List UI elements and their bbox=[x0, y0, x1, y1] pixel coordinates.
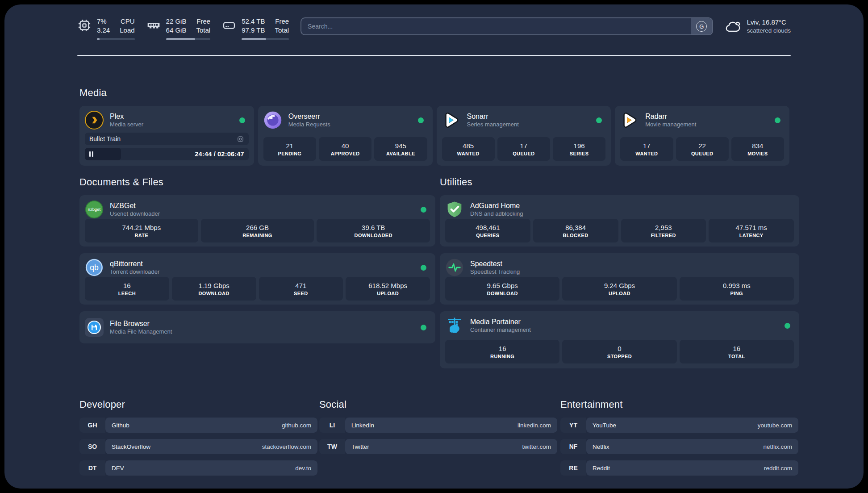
svg-text:qb: qb bbox=[90, 263, 98, 272]
stat-value: 0.993 ms bbox=[723, 282, 751, 289]
link-linkedin[interactable]: LI LinkedInlinkedin.com bbox=[319, 418, 557, 433]
filebrowser-icon bbox=[85, 318, 104, 337]
link-twitter[interactable]: TW Twittertwitter.com bbox=[319, 439, 557, 454]
link-github[interactable]: GH Githubgithub.com bbox=[79, 418, 317, 433]
now-playing-row: Bullet Train bbox=[85, 133, 249, 145]
stat-tile: 17WANTED bbox=[620, 137, 673, 161]
link-abbr: DT bbox=[79, 460, 105, 476]
card-title: Speedtest bbox=[470, 259, 520, 268]
card-plex[interactable]: Plex Media server Bullet Train 24:44 / 0 bbox=[79, 106, 254, 166]
link-abbr: GH bbox=[79, 418, 105, 433]
card-media-portainer[interactable]: Media Portainer Container management 16R… bbox=[440, 311, 799, 368]
playback-progress: 24:44 / 02:06:47 bbox=[85, 148, 249, 160]
cpu-progress-bar bbox=[97, 38, 135, 40]
card-sonarr[interactable]: Sonarr Series management 485WANTED 17QUE… bbox=[437, 106, 611, 166]
cpu-icon bbox=[77, 18, 92, 33]
card-speedtest[interactable]: Speedtest Speedtest Tracking 9.65 GbpsDO… bbox=[440, 253, 799, 305]
stat-label: QUEUED bbox=[691, 151, 713, 156]
card-nzbget[interactable]: nzbget NZBGet Usenet downloader 744.21 M… bbox=[79, 195, 435, 246]
stat-value: 2,953 bbox=[655, 224, 672, 231]
pause-icon[interactable] bbox=[89, 151, 93, 157]
cpu-load-value: 3.24 bbox=[97, 26, 110, 35]
disk-total-value: 97.9 TB bbox=[242, 26, 265, 35]
stat-label: RUNNING bbox=[490, 354, 514, 359]
section-title-social: Social bbox=[319, 399, 557, 410]
link-name: Netflix bbox=[593, 443, 609, 450]
search-provider-button[interactable]: G bbox=[691, 18, 712, 34]
plex-icon bbox=[85, 111, 104, 130]
section-documents: Documents & Files nzbget NZBGet Usenet d… bbox=[79, 176, 435, 343]
stat-value: 21 bbox=[286, 142, 294, 150]
card-adguard-home[interactable]: AdGuard Home DNS and adblocking 498,461Q… bbox=[440, 195, 799, 246]
disk-free-value: 52.4 TB bbox=[242, 17, 265, 26]
stat-label: DOWNLOAD bbox=[487, 291, 518, 296]
header-divider bbox=[77, 55, 791, 56]
memory-total-label: Total bbox=[196, 26, 210, 35]
stat-tile: 196SERIES bbox=[553, 137, 605, 161]
status-dot bbox=[418, 117, 424, 123]
link-dev[interactable]: DT DEVdev.to bbox=[79, 460, 317, 476]
memory-stat: 22 GiB 64 GiB Free Total bbox=[146, 17, 211, 40]
card-subtitle: Container management bbox=[470, 326, 531, 334]
stat-tile: 86,384BLOCKED bbox=[533, 219, 618, 242]
card-radarr[interactable]: Radarr Movie management 17WANTED 22QUEUE… bbox=[615, 106, 789, 166]
stat-label: WANTED bbox=[457, 151, 480, 156]
ram-icon bbox=[146, 18, 161, 33]
card-subtitle: DNS and adblocking bbox=[470, 210, 523, 218]
stat-value: 485 bbox=[463, 142, 474, 150]
link-url: github.com bbox=[282, 422, 311, 429]
card-title: Media Portainer bbox=[470, 318, 531, 326]
stat-tile: 16TOTAL bbox=[680, 340, 794, 363]
card-file-browser[interactable]: File Browser Media File Management bbox=[79, 311, 435, 343]
radarr-icon bbox=[620, 111, 639, 130]
stat-label: UPLOAD bbox=[377, 291, 399, 296]
stat-label: LATENCY bbox=[739, 233, 764, 238]
stat-tile: 17QUEUED bbox=[497, 137, 550, 161]
google-icon: G bbox=[696, 21, 707, 32]
stat-value: 22 bbox=[698, 142, 706, 150]
stat-value: 834 bbox=[752, 142, 763, 150]
link-stackoverflow[interactable]: SO StackOverflowstackoverflow.com bbox=[79, 439, 317, 454]
card-overseerr[interactable]: Overseerr Media Requests 21PENDING 40APP… bbox=[258, 106, 433, 166]
stat-tile: 744.21 MbpsRATE bbox=[85, 219, 198, 242]
link-youtube[interactable]: YT YouTubeyoutube.com bbox=[560, 418, 798, 433]
card-subtitle: Torrent downloader bbox=[110, 268, 159, 276]
link-url: dev.to bbox=[295, 465, 311, 472]
portainer-icon bbox=[445, 316, 464, 335]
stat-label: PING bbox=[730, 291, 743, 296]
adguard-icon bbox=[445, 200, 464, 219]
stat-tile: 16RUNNING bbox=[445, 340, 559, 363]
card-title: Plex bbox=[110, 112, 143, 121]
stat-label: LEECH bbox=[118, 291, 136, 296]
card-subtitle: Movie management bbox=[645, 121, 696, 129]
memory-progress-bar bbox=[166, 38, 211, 40]
stat-label: APPROVED bbox=[331, 151, 360, 156]
stat-label: DOWNLOAD bbox=[199, 291, 230, 296]
playback-time: 24:44 / 02:06:47 bbox=[195, 148, 244, 160]
card-qbittorrent[interactable]: qb qBittorrent Torrent downloader 16LEEC… bbox=[79, 253, 435, 305]
stat-value: 39.6 TB bbox=[362, 224, 385, 231]
stat-tile: 22QUEUED bbox=[676, 137, 729, 161]
card-subtitle: Media server bbox=[110, 121, 143, 129]
link-netflix[interactable]: NF Netflixnetflix.com bbox=[560, 439, 798, 454]
stat-value: 40 bbox=[342, 142, 349, 150]
stat-value: 17 bbox=[520, 142, 528, 150]
cpu-label: CPU bbox=[120, 17, 134, 26]
link-url: stackoverflow.com bbox=[262, 443, 311, 450]
search-input[interactable] bbox=[301, 18, 691, 34]
status-dot bbox=[421, 265, 426, 271]
stat-tile: 40APPROVED bbox=[319, 137, 371, 161]
link-url: twitter.com bbox=[522, 443, 551, 450]
link-url: netflix.com bbox=[763, 443, 792, 450]
stat-value: 196 bbox=[574, 142, 585, 150]
search-bar: G bbox=[300, 17, 713, 35]
stat-tile: 9.65 GbpsDOWNLOAD bbox=[445, 277, 559, 301]
stat-value: 16 bbox=[499, 345, 506, 352]
link-url: linkedin.com bbox=[517, 422, 551, 429]
stat-label: STOPPED bbox=[607, 354, 632, 359]
weather-location: Lviv, 16.87°C bbox=[747, 18, 791, 27]
memory-free-label: Free bbox=[196, 17, 210, 26]
link-abbr: TW bbox=[319, 439, 345, 454]
link-reddit[interactable]: RE Redditreddit.com bbox=[560, 460, 798, 476]
section-utilities: Utilities AdGuard Home bbox=[440, 176, 799, 368]
